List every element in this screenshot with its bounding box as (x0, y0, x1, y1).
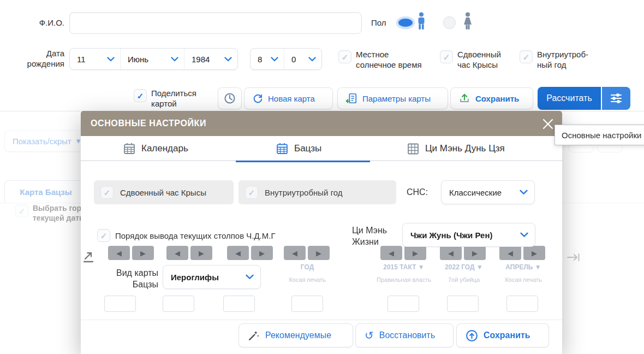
tab-qimen[interactable]: Ци Мэнь Дунь Цзя (407, 136, 505, 161)
settings-sliders-button[interactable] (602, 87, 630, 110)
caret-down-icon: ▼ (418, 263, 425, 271)
refresh-icon (252, 93, 263, 104)
app-root: Ф.И.О. Пол Дата рождения 11 Июнь (0, 0, 644, 354)
month-select[interactable]: Июнь (121, 49, 184, 69)
male-icon (416, 12, 427, 31)
pillar-order-label: Порядок вывода текущих столпов Ч.Д.М.Г (115, 231, 276, 240)
faded-cell (291, 296, 323, 312)
pillar-subtitle: Косая печать (496, 276, 551, 283)
pillar-nav-group: ◀ ▶ (440, 246, 486, 260)
tooltip: Основные настройки (554, 125, 644, 145)
save-upload-icon (458, 92, 470, 104)
calendar-icon (123, 142, 136, 155)
undo-icon: ↺ (365, 330, 374, 341)
faded-cell (104, 296, 136, 312)
settings-modal: ◀ ▶ ◀ ▶ ◀ ▶ ◀ ▶ ◀ ▶ ◀ ▶ (81, 111, 562, 354)
pillar-nav-left-button: ◀ (284, 246, 306, 260)
pillar-nav-right-button: ▶ (132, 246, 154, 260)
pillar-subtitle: 7ой убийца (437, 276, 491, 283)
sns-select[interactable]: Классические (441, 180, 535, 204)
pillar-nav-left-button: ◀ (499, 246, 521, 260)
double-rat-hour-label: Сдвоенный час Крысы (457, 49, 501, 70)
modal-header: ОСНОВНЫЕ НАСТРОЙКИ (81, 111, 562, 136)
local-solar-time-checkbox[interactable]: ✓ (338, 50, 351, 63)
pillar-nav-left-button: ◀ (227, 246, 249, 260)
minute-select[interactable]: 0 (284, 49, 321, 69)
upload-circle-icon (466, 329, 478, 342)
year-select[interactable]: 1984 (184, 49, 237, 69)
fio-label: Ф.И.О. (20, 18, 64, 28)
double-rat-hour-checkbox[interactable]: ✓ (440, 50, 453, 63)
export-pin-icon (82, 250, 96, 263)
pillar-nav-right-button: ▶ (464, 246, 486, 260)
day-select[interactable]: 11 (70, 49, 121, 69)
modal-intra-label: Внутриутробный год (265, 188, 343, 197)
tab-calendar[interactable]: Календарь (123, 136, 188, 161)
tab-bazi-chart: Карта Бацзы (4, 180, 87, 203)
pillar-nav-group: ◀ ▶ (284, 246, 330, 260)
chart-view-label: Вид карты Бацзы (103, 267, 158, 290)
gender-female-radio[interactable] (443, 16, 456, 29)
sliders-icon (610, 92, 623, 105)
pillar-nav-group: ◀ ▶ (227, 246, 273, 260)
pillar-nav-group: ◀ ▶ (108, 246, 154, 260)
pillar-header: ГОД (284, 263, 331, 271)
faded-cell (447, 296, 479, 312)
pillar-nav-left-button: ◀ (108, 246, 130, 260)
save-chart-button[interactable]: Сохранить (450, 87, 533, 109)
modal-save-button[interactable]: Сохранить (456, 323, 549, 347)
tab-bazi[interactable]: Бацзы (276, 136, 321, 161)
birth-time-group: 8 0 (250, 48, 322, 70)
pillar-nav-right-button: ▶ (308, 246, 330, 260)
pillar-order-checkbox[interactable]: ✓ (97, 229, 110, 242)
faded-cell (387, 296, 419, 312)
modal-rat-checkbox[interactable]: ✓ (100, 186, 114, 199)
gender-label: Пол (371, 18, 386, 28)
history-button[interactable] (218, 87, 242, 109)
intrauterine-year-checkbox[interactable]: ✓ (520, 50, 533, 63)
pillar-header: 2022 ГОД ▼ (437, 263, 491, 271)
magic-wand-icon (248, 329, 260, 341)
sns-label: СНС: (407, 187, 428, 197)
clock-icon (224, 92, 236, 104)
pillar-header: АПРЕЛЬ ▼ (496, 263, 551, 271)
jump-arrow-icon (567, 251, 581, 263)
pillar-subtitle: Правильная власть (374, 276, 434, 283)
pillar-nav-right-button: ▶ (251, 246, 273, 260)
pillar-nav-right-button: ▶ (523, 246, 545, 260)
modal-rat-label: Сдвоенный час Крысы (120, 188, 206, 197)
pillar-nav-group: ◀ ▶ (166, 246, 212, 260)
chart-view-select[interactable]: Иероглифы (163, 265, 261, 289)
birth-date-label: Дата рождения (20, 48, 64, 69)
intrauterine-year-label: Внутриутроб- ный год (537, 49, 588, 70)
pillar-nav-right-button: ▶ (190, 246, 212, 260)
faded-cell (223, 296, 255, 312)
pillar-nav-left-button: ◀ (440, 246, 462, 260)
active-tab-underline (236, 161, 370, 162)
modal-title: ОСНОВНЫЕ НАСТРОЙКИ (81, 119, 206, 128)
faded-cell (163, 296, 194, 312)
gender-male-radio[interactable] (396, 16, 415, 29)
female-icon (462, 12, 473, 31)
new-chart-button[interactable]: Новая карта (244, 87, 333, 109)
pillar-nav-left-button: ◀ (380, 246, 402, 260)
chart-params-button[interactable]: Параметры карты (337, 87, 448, 109)
modal-rat-option[interactable]: ✓ Сдвоенный час Крысы (94, 180, 234, 204)
calculate-button[interactable]: Рассчитать (538, 87, 601, 110)
caret-down-icon: ▾ (76, 136, 81, 146)
qimen-life-select[interactable]: Чжи Жунь (Чжи Рен) (402, 223, 535, 247)
faded-cell (506, 296, 538, 312)
restore-button[interactable]: ↺ Восстановить (355, 323, 454, 347)
pillar-header: 2015 ТАКТ ▼ (377, 263, 431, 271)
grid-icon (407, 142, 420, 155)
birth-date-group: 11 Июнь 1984 (69, 48, 238, 70)
pillar-nav-group: ◀ ▶ (499, 246, 545, 260)
fio-input[interactable] (69, 12, 362, 34)
modal-intra-option[interactable]: ✓ Внутриутробный год (238, 180, 396, 204)
share-chart-checkbox[interactable]: ✓ (134, 89, 147, 102)
qimen-life-label: Ци Мэнь Жизни (352, 225, 387, 247)
modal-intra-checkbox[interactable]: ✓ (245, 186, 258, 199)
recommended-button[interactable]: Рекомендуемые (238, 323, 353, 347)
caret-down-icon: ▼ (535, 263, 541, 271)
hour-select[interactable]: 8 (251, 49, 284, 69)
